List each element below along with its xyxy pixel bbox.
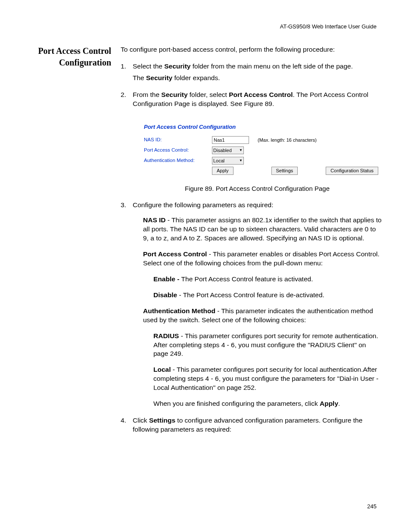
step-number: 1. [121,62,126,71]
nas-id-label: NAS ID: [144,137,212,143]
main-content: Port Access Control Configuration To con… [34,45,377,442]
page-header: AT-GS950/8 Web Interface User Guide [34,23,377,30]
port-access-control-select[interactable]: Disabled ▼ [212,146,244,154]
port-access-control-desc: Port Access Control - This parameter ena… [143,250,382,268]
content-column: To configure port-based access control, … [121,45,382,442]
intro-paragraph: To configure port-based access control, … [121,45,382,54]
nas-id-row: NAS ID: (Max. length: 16 characters) [144,136,378,144]
figure-89: Port Access Control Configuration NAS ID… [133,121,382,193]
settings-button[interactable]: Settings [271,167,298,175]
step-3-details: NAS ID - This parameter assigns an 802.1… [143,216,382,408]
figure-caption: Figure 89. Port Access Control Configura… [133,184,382,193]
step-number: 2. [121,90,126,100]
auth-method-desc: Authentication Method - This parameter i… [143,307,382,325]
local-desc: Local - This parameter configures port s… [153,365,382,392]
auth-method-select[interactable]: Local ▼ [212,157,244,165]
step-2-text: From the Security folder, select Port Ac… [133,90,382,109]
port-access-control-row: Port Access Control: Disabled ▼ [144,146,378,155]
configuration-status-button[interactable]: Configuration Status [326,167,378,175]
step-1-line-1: Select the Security folder from the main… [133,62,382,71]
chevron-down-icon: ▼ [239,148,243,153]
figure-panel: Port Access Control Configuration NAS ID… [140,121,382,179]
figure-title: Port Access Control Configuration [144,123,378,131]
page-number: 245 [367,503,377,510]
finish-note: When you are finished configuring the pa… [153,399,382,408]
auth-options: RADIUS - This parameter configures port … [153,332,382,408]
apply-button[interactable]: Apply [212,167,234,175]
step-number: 4. [121,416,126,425]
step-1-line-2: The Security folder expands. [133,74,382,83]
auth-method-row: Authentication Method: Local ▼ [144,156,378,165]
radius-desc: RADIUS - This parameter configures port … [153,332,382,359]
pac-options: Enable - The Port Access Control feature… [153,275,382,300]
step-2: 2. From the Security folder, select Port… [121,90,382,193]
step-number: 3. [121,201,126,210]
procedure-list: 1. Select the Security folder from the m… [121,62,382,434]
nas-id-hint: (Max. length: 16 characters) [258,137,317,143]
chevron-down-icon: ▼ [239,159,243,163]
section-heading: Port Access Control Configuration [34,45,121,68]
step-3-lead: Configure the following parameters as re… [133,201,382,210]
step-3: 3. Configure the following parameters as… [121,201,382,408]
disable-desc: Disable - The Port Access Control featur… [153,291,382,300]
enable-desc: Enable - The Port Access Control feature… [153,275,382,284]
step-4: 4. Click Settings to configure advanced … [121,416,382,434]
auth-method-label: Authentication Method: [144,157,212,164]
nas-id-input[interactable] [212,136,249,144]
figure-button-row: Apply Settings Configuration Status [144,167,378,175]
step-4-text: Click Settings to configure advanced con… [133,416,382,434]
port-access-control-label: Port Access Control: [144,147,212,154]
nas-id-desc: NAS ID - This parameter assigns an 802.1… [143,216,382,243]
step-1: 1. Select the Security folder from the m… [121,62,382,83]
